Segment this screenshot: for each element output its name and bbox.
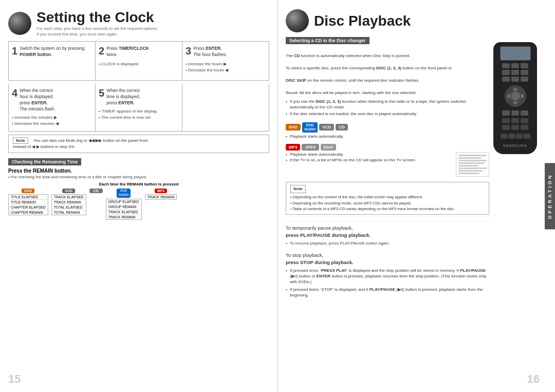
step-4: 4 When the correcthour is displayed,pres… bbox=[9, 84, 95, 131]
vcd-badge: VCD bbox=[62, 189, 75, 193]
dvd-format-badges: DVD DVDAUDIO VCD CD bbox=[286, 122, 489, 133]
remote-btn-4[interactable] bbox=[502, 70, 510, 75]
mp3-section: MP3 JPEG DivX • Playback starts automati… bbox=[286, 144, 489, 177]
dvd-audio-table: GROUP ELAPSED GROUP REMAIN TRACK ELAPSED… bbox=[106, 199, 142, 220]
remote-btn-6[interactable] bbox=[521, 70, 528, 75]
remote-btn-g[interactable] bbox=[502, 125, 510, 130]
dvd-table: TITLE ELAPSED TITLE REMAIN CHAPTER ELAPS… bbox=[8, 194, 48, 215]
remote-btn-e[interactable] bbox=[511, 118, 519, 123]
step-empty bbox=[182, 84, 269, 131]
remote-btn-7[interactable] bbox=[502, 77, 510, 82]
stop-bullet-1: • If pressed once, 'PRESS PLAY' is displ… bbox=[286, 268, 489, 285]
remote-row-1 bbox=[502, 63, 528, 68]
pause-section: To temporarily pause playback,press PLAY… bbox=[286, 221, 489, 246]
remote-skip2-btn[interactable] bbox=[524, 134, 530, 139]
step-3: 3 Press ENTER.The hour flashes. • Increa… bbox=[182, 42, 269, 80]
remote-btn-9[interactable] bbox=[521, 77, 528, 82]
note-label-disc: Note bbox=[290, 185, 306, 193]
disc-content-wrapper: Selecting a CD in the Disc changer The C… bbox=[286, 37, 540, 377]
mp3-table: TRACK REMAIN bbox=[145, 194, 177, 200]
remote-btn-3[interactable] bbox=[521, 63, 528, 68]
stop-section: To stop playback,press STOP during playb… bbox=[286, 252, 489, 298]
selecting-cd-header: Selecting a CD in the Disc changer bbox=[286, 37, 369, 44]
remote-body: SAMSUNG bbox=[493, 42, 537, 154]
steps-row-1: 1 Switch the system on by pressingPOWER … bbox=[8, 41, 269, 81]
remote-brand: SAMSUNG bbox=[503, 143, 527, 148]
note-text-clock: ·You can also use Multi-Jog or ◀◀/▶▶ but… bbox=[13, 138, 147, 149]
remote-btn-a[interactable] bbox=[502, 110, 510, 116]
stop-header: To stop playback,press STOP during playb… bbox=[286, 252, 489, 267]
remote-btn-f[interactable] bbox=[521, 118, 528, 123]
display-tables: DVD TITLE ELAPSED TITLE REMAIN CHAPTER E… bbox=[8, 189, 269, 220]
remote-btn-1[interactable] bbox=[502, 63, 510, 68]
step-1: 1 Switch the system on by pressingPOWER … bbox=[9, 42, 95, 80]
steps-row-2: 4 When the correcthour is displayed,pres… bbox=[8, 84, 269, 132]
pause-header: To temporarily pause playback,press PLAY… bbox=[286, 225, 489, 239]
left-title: Setting the Clock bbox=[36, 9, 158, 26]
playback-auto-1: • Playback starts automatically. bbox=[286, 134, 489, 139]
remote-skip-btn[interactable] bbox=[516, 134, 523, 139]
checking-section: Checking the Remaining Time Press the RE… bbox=[8, 158, 269, 220]
badge-vcd: VCD bbox=[319, 124, 334, 130]
remote-play-btn[interactable] bbox=[501, 134, 507, 139]
pause-note: • To resume playback, press PLAY/PAUSE b… bbox=[286, 241, 489, 246]
note-label: Note bbox=[13, 137, 28, 144]
cd-group: CD bbox=[89, 189, 103, 193]
selecting-cd-para: The CD function is automatically selecte… bbox=[286, 47, 489, 96]
stop-bullet-2: • If pressed twice, 'STOP' is displayed,… bbox=[286, 287, 489, 298]
step-5-bullets: • 'TIMER' appears in the display. • The … bbox=[99, 108, 179, 121]
disc-text-content: Selecting a CD in the Disc changer The C… bbox=[286, 37, 489, 377]
page-number-15: 15 bbox=[8, 372, 21, 386]
remote-nav-center[interactable] bbox=[511, 91, 520, 101]
selecting-cd-section: Selecting a CD in the Disc changer The C… bbox=[286, 37, 489, 117]
section-icon-right bbox=[286, 9, 309, 32]
press-remain-title: Press the REMAIN button. bbox=[8, 168, 269, 174]
operation-sidebar: OPERATION bbox=[545, 163, 555, 229]
badge-mp3: MP3 bbox=[286, 144, 300, 151]
dvd-section: DVD DVDAUDIO VCD CD • Playback starts au… bbox=[286, 122, 489, 139]
step-1-text: Switch the system on by pressingPOWER bu… bbox=[20, 46, 84, 58]
remote-btn-c[interactable] bbox=[521, 110, 528, 116]
step-2-text: Press TIMER/CLOCKtwice. bbox=[106, 46, 149, 58]
remote-btn-b[interactable] bbox=[511, 110, 519, 116]
step-5: 5 When the correcttime is displayed,pres… bbox=[96, 84, 182, 131]
remote-btn-8[interactable] bbox=[511, 77, 519, 82]
table-label: Each time the REMAIN button is pressed bbox=[8, 182, 269, 186]
remote-nav-ring[interactable] bbox=[505, 85, 526, 107]
step-3-text: Press ENTER.The hour flashes. bbox=[193, 46, 227, 58]
remote-row-5 bbox=[502, 118, 528, 123]
badge-cd: CD bbox=[336, 124, 348, 130]
remote-btn-d[interactable] bbox=[502, 118, 510, 123]
playback-auto-2: • Playback starts automatically. bbox=[286, 152, 452, 157]
dvd-group: DVD TITLE ELAPSED TITLE REMAIN CHAPTER E… bbox=[8, 189, 48, 215]
remote-btn-5[interactable] bbox=[511, 70, 519, 75]
step-1-number: 1 bbox=[12, 46, 17, 56]
remote-row-2 bbox=[502, 70, 528, 75]
left-header: Setting the Clock For each step, you hav… bbox=[8, 9, 269, 37]
step-5-number: 5 bbox=[99, 88, 104, 98]
step-2-bullets: • CLOCK is displayed. bbox=[99, 61, 179, 67]
vcd-table: TRACK ELAPSED TRACK REMAIN TOTAL ELAPSED… bbox=[51, 194, 86, 215]
remote-btn-h[interactable] bbox=[511, 125, 519, 130]
right-header: Disc Playback bbox=[286, 9, 540, 32]
step-4-number: 4 bbox=[12, 88, 17, 98]
remote-btn-2[interactable] bbox=[511, 63, 519, 68]
step-3-bullets: • Increase the hours ▶ • Decrease the ho… bbox=[186, 61, 266, 73]
cd-badge: CD bbox=[89, 189, 103, 193]
step-4-text: When the correcthour is displayed,press … bbox=[20, 88, 55, 113]
mp3-group: MP3 TRACK REMAIN bbox=[145, 189, 177, 200]
step-2: 2 Press TIMER/CLOCKtwice. • CLOCK is dis… bbox=[96, 42, 182, 80]
remote-btn-i[interactable] bbox=[521, 125, 528, 130]
badge-dvd-audio: DVDAUDIO bbox=[302, 122, 318, 133]
badge-jpeg: JPEG bbox=[302, 144, 319, 151]
mp3-bullets: • Playback starts automatically. • If th… bbox=[286, 152, 452, 162]
remote-stop-btn[interactable] bbox=[508, 134, 515, 139]
note-box-clock: Note ·You can also use Multi-Jog or ◀◀/▶… bbox=[8, 135, 269, 153]
remote-control: SAMSUNG bbox=[493, 42, 540, 377]
press-remain-sub: • For checking the total and remaining t… bbox=[8, 175, 269, 179]
left-subtitle: For each step, you have a few seconds to… bbox=[36, 26, 158, 37]
mp3-thumbnail bbox=[456, 152, 489, 177]
remote-screen bbox=[500, 46, 531, 61]
step-3-number: 3 bbox=[186, 46, 191, 56]
remote-playback-row bbox=[501, 134, 530, 139]
